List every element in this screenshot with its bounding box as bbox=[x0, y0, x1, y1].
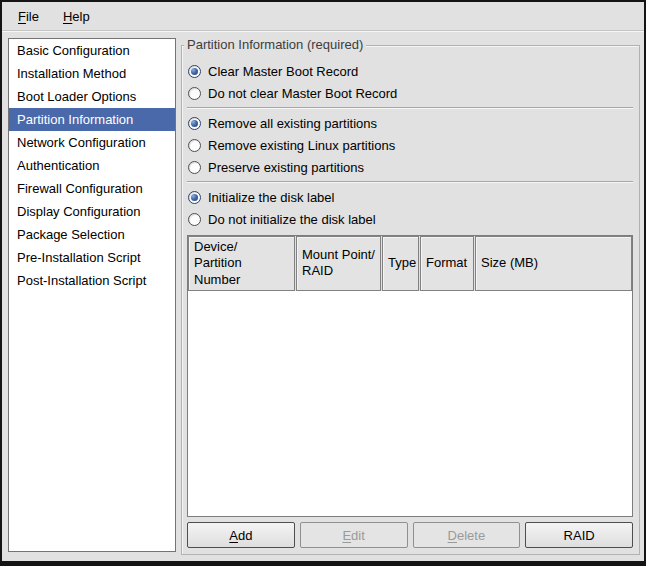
sidebar-item-package-selection[interactable]: Package Selection bbox=[9, 223, 175, 246]
section-list: Basic Configuration Installation Method … bbox=[8, 38, 176, 552]
radio-label: Initialize the disk label bbox=[208, 190, 334, 205]
sidebar-item-firewall-configuration[interactable]: Firewall Configuration bbox=[9, 177, 175, 200]
radio-label: Clear Master Boot Record bbox=[208, 64, 358, 79]
partitions-table: Device/ Partition Number Mount Point/ RA… bbox=[187, 235, 633, 517]
radio-selected-icon[interactable] bbox=[188, 65, 201, 78]
sidebar-item-post-installation-script[interactable]: Post-Installation Script bbox=[9, 269, 175, 292]
sidebar-item-display-configuration[interactable]: Display Configuration bbox=[9, 200, 175, 223]
radio-do-not-clear-mbr[interactable]: Do not clear Master Boot Record bbox=[187, 82, 633, 104]
radio-unselected-icon[interactable] bbox=[188, 213, 201, 226]
sidebar-item-installation-method[interactable]: Installation Method bbox=[9, 62, 175, 85]
radio-label: Do not clear Master Boot Record bbox=[208, 86, 397, 101]
raid-button[interactable]: RAID bbox=[525, 522, 633, 548]
radio-label: Remove all existing partitions bbox=[208, 116, 377, 131]
sidebar-item-boot-loader-options[interactable]: Boot Loader Options bbox=[9, 85, 175, 108]
sidebar-item-authentication[interactable]: Authentication bbox=[9, 154, 175, 177]
radio-unselected-icon[interactable] bbox=[188, 87, 201, 100]
partition-information-frame: Partition Information (required) Clear M… bbox=[181, 45, 640, 555]
radio-selected-icon[interactable] bbox=[188, 191, 201, 204]
menu-file[interactable]: File bbox=[8, 4, 49, 28]
column-header-type[interactable]: Type bbox=[382, 236, 419, 291]
column-header-mount-point-raid[interactable]: Mount Point/ RAID bbox=[296, 236, 381, 291]
radio-selected-icon[interactable] bbox=[188, 117, 201, 130]
radio-do-not-initialize-disk-label[interactable]: Do not initialize the disk label bbox=[187, 208, 633, 230]
sidebar-item-partition-information[interactable]: Partition Information bbox=[9, 108, 175, 131]
table-header-row: Device/ Partition Number Mount Point/ RA… bbox=[188, 236, 632, 291]
add-button[interactable]: Add bbox=[187, 522, 295, 548]
radio-preserve-partitions[interactable]: Preserve existing partitions bbox=[187, 156, 633, 178]
kickstart-configurator-window: File Help Basic Configuration Installati… bbox=[0, 0, 646, 566]
column-header-device-partition-number[interactable]: Device/ Partition Number bbox=[188, 236, 295, 291]
column-header-format[interactable]: Format bbox=[420, 236, 474, 291]
radio-label: Preserve existing partitions bbox=[208, 160, 364, 175]
separator bbox=[187, 181, 633, 183]
edit-button[interactable]: Edit bbox=[300, 522, 408, 548]
button-row: Add Edit Delete RAID bbox=[187, 522, 633, 548]
menubar: File Help bbox=[2, 2, 644, 31]
column-header-size-mb[interactable]: Size (MB) bbox=[475, 236, 632, 291]
sidebar-item-pre-installation-script[interactable]: Pre-Installation Script bbox=[9, 246, 175, 269]
frame-content: Clear Master Boot Record Do not clear Ma… bbox=[182, 46, 639, 554]
radio-initialize-disk-label[interactable]: Initialize the disk label bbox=[187, 186, 633, 208]
separator bbox=[187, 107, 633, 109]
radio-remove-linux-partitions[interactable]: Remove existing Linux partitions bbox=[187, 134, 633, 156]
radio-label: Do not initialize the disk label bbox=[208, 212, 376, 227]
radio-label: Remove existing Linux partitions bbox=[208, 138, 395, 153]
radio-unselected-icon[interactable] bbox=[188, 139, 201, 152]
radio-remove-all-partitions[interactable]: Remove all existing partitions bbox=[187, 112, 633, 134]
sidebar-item-basic-configuration[interactable]: Basic Configuration bbox=[9, 39, 175, 62]
delete-button[interactable]: Delete bbox=[413, 522, 521, 548]
radio-unselected-icon[interactable] bbox=[188, 161, 201, 174]
sidebar-item-network-configuration[interactable]: Network Configuration bbox=[9, 131, 175, 154]
menu-help[interactable]: Help bbox=[53, 4, 100, 28]
radio-clear-mbr[interactable]: Clear Master Boot Record bbox=[187, 60, 633, 82]
table-body-empty[interactable] bbox=[188, 291, 632, 516]
